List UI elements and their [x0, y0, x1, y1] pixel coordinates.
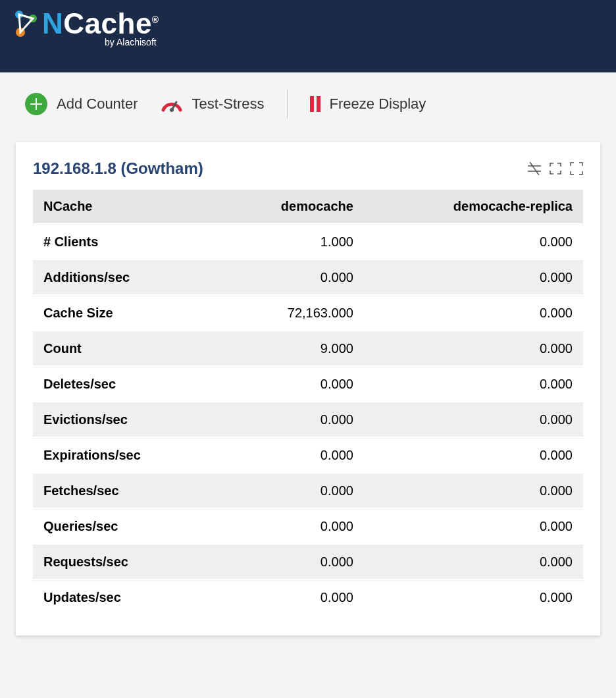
- add-counter-label: Add Counter: [57, 95, 138, 113]
- test-stress-button[interactable]: Test-Stress: [161, 93, 265, 115]
- toolbar: Add Counter Test-Stress Freeze Display: [0, 72, 616, 130]
- metric-value-col1: 9.000: [218, 331, 364, 365]
- metric-value-col1: 0.000: [218, 509, 364, 543]
- metric-label: # Clients: [33, 225, 218, 259]
- metric-label: Count: [33, 331, 218, 365]
- fullscreen-icon[interactable]: [570, 162, 583, 175]
- metric-value-col2: 0.000: [364, 580, 583, 614]
- metric-value-col2: 0.000: [364, 473, 583, 508]
- brand-name: NCache®: [42, 9, 159, 38]
- metric-value-col2: 0.000: [364, 545, 583, 579]
- metric-label: Expirations/sec: [33, 438, 218, 472]
- counter-table: NCache democache democache-replica # Cli…: [33, 188, 583, 616]
- metric-label: Queries/sec: [33, 509, 218, 543]
- plus-icon: [25, 93, 47, 115]
- table-row: Count9.0000.000: [33, 331, 583, 365]
- metric-label: Cache Size: [33, 296, 218, 330]
- metric-value-col2: 0.000: [364, 331, 583, 365]
- metric-value-col1: 0.000: [218, 260, 364, 294]
- metric-value-col1: 72,163.000: [218, 296, 364, 330]
- brand-byline: by Alachisoft: [42, 37, 157, 47]
- table-row: Requests/sec0.0000.000: [33, 545, 583, 579]
- metric-value-col1: 0.000: [218, 545, 364, 579]
- logo-icon: [13, 9, 38, 41]
- counter-panel: 192.168.1.8 (Gowtham): [16, 142, 600, 635]
- metric-value-col2: 0.000: [364, 367, 583, 401]
- table-row: Queries/sec0.0000.000: [33, 509, 583, 543]
- table-row: Expirations/sec0.0000.000: [33, 438, 583, 472]
- metric-value-col2: 0.000: [364, 260, 583, 294]
- metric-value-col2: 0.000: [364, 509, 583, 543]
- metric-value-col1: 0.000: [218, 367, 364, 401]
- toggle-grid-icon[interactable]: [528, 162, 541, 175]
- add-counter-button[interactable]: Add Counter: [25, 93, 138, 115]
- svg-point-4: [170, 108, 174, 112]
- col-democache-replica: democache-replica: [364, 190, 583, 223]
- col-democache: democache: [218, 190, 364, 223]
- metric-label: Fetches/sec: [33, 473, 218, 508]
- table-row: Additions/sec0.0000.000: [33, 260, 583, 294]
- pause-icon: [310, 96, 321, 112]
- svg-line-7: [530, 162, 539, 175]
- metric-value-col2: 0.000: [364, 225, 583, 259]
- panel-header: 192.168.1.8 (Gowtham): [33, 159, 583, 178]
- metric-label: Updates/sec: [33, 580, 218, 614]
- gauge-icon: [161, 93, 183, 115]
- table-row: Deletes/sec0.0000.000: [33, 367, 583, 401]
- metric-value-col1: 1.000: [218, 225, 364, 259]
- app-header: NCache® by Alachisoft: [0, 0, 616, 72]
- freeze-display-button[interactable]: Freeze Display: [310, 95, 426, 113]
- expand-icon[interactable]: [549, 162, 562, 175]
- metric-label: Deletes/sec: [33, 367, 218, 401]
- metric-value-col2: 0.000: [364, 296, 583, 330]
- panel-title: 192.168.1.8 (Gowtham): [33, 159, 203, 178]
- metric-label: Evictions/sec: [33, 402, 218, 437]
- table-row: Evictions/sec0.0000.000: [33, 402, 583, 437]
- table-header-row: NCache democache democache-replica: [33, 190, 583, 223]
- freeze-display-label: Freeze Display: [330, 95, 426, 113]
- metric-value-col1: 0.000: [218, 402, 364, 437]
- table-row: Fetches/sec0.0000.000: [33, 473, 583, 508]
- metric-value-col1: 0.000: [218, 438, 364, 472]
- metric-label: Requests/sec: [33, 545, 218, 579]
- app-logo: NCache® by Alachisoft: [13, 9, 603, 47]
- col-metric: NCache: [33, 190, 218, 223]
- metric-label: Additions/sec: [33, 260, 218, 294]
- table-row: Cache Size72,163.0000.000: [33, 296, 583, 330]
- metric-value-col2: 0.000: [364, 438, 583, 472]
- metric-value-col2: 0.000: [364, 402, 583, 437]
- test-stress-label: Test-Stress: [192, 95, 265, 113]
- table-row: # Clients1.0000.000: [33, 225, 583, 259]
- toolbar-divider: [287, 90, 288, 119]
- metric-value-col1: 0.000: [218, 473, 364, 508]
- table-row: Updates/sec0.0000.000: [33, 580, 583, 614]
- metric-value-col1: 0.000: [218, 580, 364, 614]
